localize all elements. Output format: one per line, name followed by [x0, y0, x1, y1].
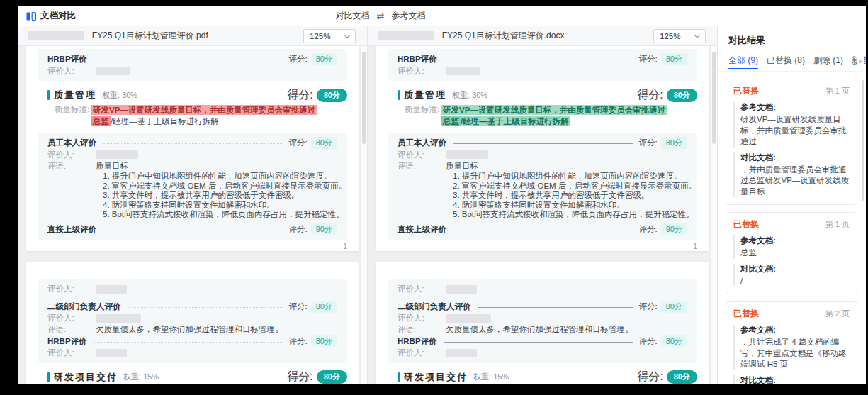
dept-eval-block: 评价人: 二级部门负责人评价 评分: 80分 评价人: [388, 279, 697, 363]
right-scrollbar-track[interactable] [711, 46, 717, 384]
section-title: 质量管理 [404, 89, 446, 101]
section-title: 研发项目交付 [54, 371, 118, 384]
redacted-name [96, 349, 127, 357]
section-title: 质量管理 [54, 89, 96, 101]
gain-label: 得分: [287, 369, 312, 384]
criteria-text: /经理—基于上级目标进行拆解 [111, 117, 219, 126]
comment-title: 质量目标 [446, 161, 478, 172]
eval-title: HRBP评价 [398, 54, 437, 65]
redacted-name [96, 67, 130, 75]
page-indicator: 第 1 页 [825, 219, 850, 230]
comparison-results-sidebar: 对比结果 全部 (9) 已替换 (8) 删除 (1) 新增 (0) › 已替换 … [718, 26, 866, 384]
app-brand: 文档对比 [18, 10, 76, 22]
gain-label: 得分: [637, 88, 663, 103]
comment-list: 1. 提升门户中知识地图组件的性能，加速页面内容的渲染速度。 2. 富客户端支持… [47, 172, 337, 220]
compare-document-panel: _FY25 Q1目标计划管理评价.pdf 125% HRBP评价 评分: 80分 [18, 26, 368, 384]
comment-item: 5. Bot问答支持流式接收和渲染，降低页面内存占用，提升稳定性。 [103, 210, 337, 220]
eval-title: 员工本人评价 [47, 138, 96, 148]
evaluator-label: 评价人: [47, 150, 96, 160]
tab-deleted[interactable]: 删除 (1) [813, 50, 843, 71]
left-zoom-select[interactable]: 125% [303, 29, 356, 43]
criteria-block: 衡量标准: 研发VP—设置研发线质量目标，并由质量管理委员会审批通过 总监/经理… [55, 104, 347, 127]
compare-doc-label[interactable]: 对比文档 [336, 10, 370, 22]
left-file-name-text: _FY25 Q1目标计划管理评价.pdf [87, 30, 208, 42]
hrbp-eval-block: HRBP评价 评分: 80分 评价人: [38, 49, 347, 81]
evaluator-label: 评价人: [398, 150, 446, 160]
section-score-badge: 80分 [667, 370, 697, 384]
page-number: 1 [376, 241, 709, 251]
redacted-name [96, 150, 138, 159]
reference-doc-text: 总监 [740, 247, 850, 259]
redacted-name [446, 285, 477, 294]
reference-doc-label[interactable]: 参考文档 [391, 10, 425, 22]
score-badge: 80分 [661, 335, 687, 347]
eval-title: HRBP评价 [47, 54, 87, 65]
comment-label: 评语: [398, 324, 446, 335]
right-scrollbar-thumb[interactable] [712, 52, 716, 144]
diff-card[interactable]: 已替换 第 1 页 参考文档: 研发VP—设置研发线质量目标，并由质量管理委员会… [726, 79, 857, 205]
section-weight: 权重: 30% [452, 90, 487, 101]
score-label: 评分: [289, 138, 308, 148]
compare-doc-section: 对比文档: / [733, 264, 850, 287]
page-number: 1 [26, 241, 359, 251]
pdf-page-2: 评价人: 二级部门负责人评价 评分: 80分 评价人: [26, 262, 359, 384]
reference-doc-text: 研发VP—设置研发线质量目标，并由质量管理委员会审批通过 [740, 114, 850, 148]
tab-replaced[interactable]: 已替换 (8) [767, 50, 805, 71]
leader-line [444, 60, 633, 60]
eval-title: 直接上级评价 [398, 224, 446, 235]
right-file-name: _FY25 Q1目标计划管理评价.docx [378, 30, 564, 42]
section-header-delivery: 研发项目交付 权重: 15% 得分: 80分 [398, 369, 697, 384]
hrbp-eval-block: HRBP评价 评分: 80分 评价人: [388, 49, 697, 81]
comment-item: 4. 防泄密策略支持同时设置文件加解密和水印。 [453, 201, 687, 211]
diff-card[interactable]: 已替换 第 2 页 参考文档: ，共计完成了 4 篇文档的编写，其中重点文档是《… [726, 301, 857, 384]
left-document-viewport[interactable]: HRBP评价 评分: 80分 评价人: 质量管理 权重: 3 [18, 46, 367, 384]
comment-item: 2. 富客户端支持文档域 OEM 后，启动客户端时直接显示登录页面。 [453, 182, 687, 191]
document-compare-icon [26, 11, 36, 21]
change-type-label: 已替换 [733, 218, 759, 230]
app-title: 文档对比 [40, 10, 76, 22]
chevron-down-icon [694, 32, 700, 38]
redacted-filename-prefix [28, 31, 84, 40]
compare-doc-text: / [740, 276, 850, 287]
swap-documents-icon[interactable]: ⇄ [377, 11, 385, 21]
left-file-name: _FY25 Q1目标计划管理评价.pdf [28, 30, 208, 42]
reference-doc-section: 参考文档: 研发VP—设置研发线质量目标，并由质量管理委员会审批通过 [733, 102, 850, 148]
eval-title: HRBP评价 [398, 336, 437, 347]
section-marker [398, 372, 400, 382]
document-role-switcher: 对比文档 ⇄ 参考文档 [336, 10, 426, 22]
gain-label: 得分: [637, 369, 663, 384]
sidebar-scrollbar-thumb[interactable] [862, 80, 864, 201]
section-score-badge: 80分 [317, 370, 347, 384]
change-type-label: 已替换 [733, 85, 759, 97]
reference-doc-text: ，共计完成了 4 篇文档的编写，其中重点文档是《移动终端调试 H5 页 [740, 337, 850, 370]
tab-all[interactable]: 全部 (9) [728, 50, 758, 71]
eval-title: HRBP评价 [47, 336, 87, 347]
section-marker [398, 90, 400, 100]
left-scrollbar-thumb[interactable] [362, 52, 366, 144]
tabs-more-icon[interactable]: › [857, 50, 864, 71]
comment-label: 评语: [47, 161, 96, 172]
evaluator-label: 评价人: [47, 284, 96, 294]
section-header-quality: 质量管理 权重: 30% 得分: 80分 [47, 87, 347, 103]
diff-card[interactable]: 已替换 第 1 页 参考文档: 总监 对比文档: / [726, 212, 857, 294]
page-indicator: 第 1 页 [825, 86, 850, 96]
score-badge: 90分 [311, 223, 337, 235]
eval-title: 二级部门负责人评价 [47, 301, 121, 312]
right-zoom-select[interactable]: 125% [653, 29, 706, 43]
score-label: 评分: [639, 54, 658, 65]
comment-item: 1. 提升门户中知识地图组件的性能，加速页面内容的渲染速度。 [103, 172, 337, 182]
docx-page-1: HRBP评价 评分: 80分 评价人: 质量管理 权重: 3 [376, 46, 709, 251]
redacted-name [446, 349, 477, 357]
section-marker [47, 372, 50, 382]
criteria-label: 衡量标准: [405, 104, 441, 127]
diff-highlight: 总监 [441, 116, 461, 126]
left-scrollbar-track[interactable] [361, 46, 367, 384]
score-badge: 80分 [311, 137, 337, 149]
diff-highlight: 总监 [91, 116, 111, 126]
document-compare-window: 文档对比 对比文档 ⇄ 参考文档 _FY25 Q1目标计划管理评价.pdf 12… [18, 6, 866, 384]
comment-item: 4. 防泄密策略支持同时设置文件加解密和水印。 [103, 201, 337, 211]
leader-line [478, 307, 633, 308]
comment-label: 评语: [47, 324, 96, 335]
compare-doc-label: 对比文档: [740, 152, 850, 163]
right-document-viewport[interactable]: HRBP评价 评分: 80分 评价人: 质量管理 权重: 3 [368, 46, 717, 384]
